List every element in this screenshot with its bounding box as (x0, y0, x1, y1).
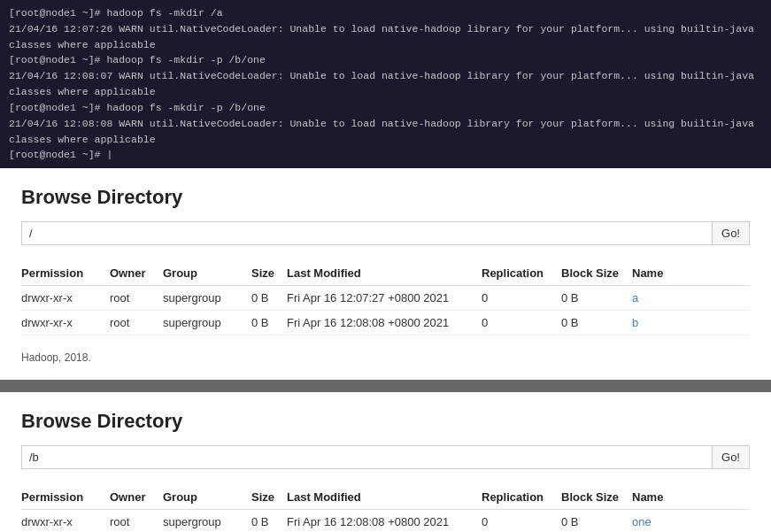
terminal-line-4: 21/04/16 12:08:07 WARN util.NativeCodeLo… (9, 68, 762, 100)
cell-group: supergroup (163, 311, 251, 335)
col2-header-name: Name (632, 485, 750, 510)
browse-directory-panel-1: Browse Directory Go! Permission Owner Gr… (0, 168, 771, 380)
cell-modified: Fri Apr 16 12:07:27 +0800 2021 (287, 286, 482, 311)
terminal-line-3: [root@node1 ~]# hadoop fs -mkdir -p /b/o… (9, 52, 762, 68)
col2-header-permission: Permission (21, 485, 110, 510)
panel2-table: Permission Owner Group Size Last Modifie… (21, 485, 750, 532)
cell-modified: Fri Apr 16 12:08:08 +0800 2021 (287, 311, 482, 335)
panel-separator (0, 380, 771, 392)
cell-replication: 0 (482, 286, 561, 311)
panel1-go-button[interactable]: Go! (713, 221, 750, 245)
panel1-footer: Hadoop, 2018. (21, 351, 750, 364)
cell-size: 0 B (251, 311, 287, 335)
terminal-line-5: [root@node1 ~]# hadoop fs -mkdir -p /b/o… (9, 100, 762, 116)
col-header-modified: Last Modified (287, 261, 482, 286)
terminal-line-2: 21/04/16 12:07:26 WARN util.NativeCodeLo… (9, 21, 762, 53)
cell-group: supergroup (163, 510, 251, 532)
panel1-title: Browse Directory (21, 186, 750, 209)
col-header-owner: Owner (110, 261, 163, 286)
table-row: drwxr-xr-x root supergroup 0 B Fri Apr 1… (21, 311, 750, 335)
cell-owner: root (110, 510, 163, 532)
col2-header-group: Group (163, 485, 251, 510)
col2-header-modified: Last Modified (287, 485, 482, 510)
cell-name[interactable]: a (632, 286, 750, 311)
cell-blocksize: 0 B (561, 286, 632, 311)
panel1-search-row: Go! (21, 221, 750, 245)
col-header-replication: Replication (482, 261, 561, 286)
col2-header-replication: Replication (482, 485, 561, 510)
panel2-title: Browse Directory (21, 410, 750, 433)
table-row: drwxr-xr-x root supergroup 0 B Fri Apr 1… (21, 510, 750, 532)
panel2-search-input[interactable] (21, 445, 713, 469)
cell-group: supergroup (163, 286, 251, 311)
col2-header-size: Size (251, 485, 287, 510)
col-header-size: Size (251, 261, 287, 286)
col-header-name: Name (632, 261, 750, 286)
cell-name[interactable]: one (632, 510, 750, 532)
cell-replication: 0 (482, 311, 561, 335)
cell-blocksize: 0 B (561, 311, 632, 335)
cell-permission: drwxr-xr-x (21, 286, 110, 311)
table-row: drwxr-xr-x root supergroup 0 B Fri Apr 1… (21, 286, 750, 311)
panel1-table: Permission Owner Group Size Last Modifie… (21, 261, 750, 335)
panel2-search-row: Go! (21, 445, 750, 469)
col2-header-blocksize: Block Size (561, 485, 632, 510)
col-header-group: Group (163, 261, 251, 286)
cell-owner: root (110, 286, 163, 311)
cell-blocksize: 0 B (561, 510, 632, 532)
cell-owner: root (110, 311, 163, 335)
terminal-line-6: 21/04/16 12:08:08 WARN util.NativeCodeLo… (9, 116, 762, 148)
terminal-section: [root@node1 ~]# hadoop fs -mkdir /a 21/0… (0, 0, 771, 168)
panel2-go-button[interactable]: Go! (713, 445, 750, 469)
col-header-permission: Permission (21, 261, 110, 286)
col-header-blocksize: Block Size (561, 261, 632, 286)
cell-size: 0 B (251, 286, 287, 311)
cell-replication: 0 (482, 510, 561, 532)
terminal-line-1: [root@node1 ~]# hadoop fs -mkdir /a (9, 5, 762, 21)
cell-modified: Fri Apr 16 12:08:08 +0800 2021 (287, 510, 482, 532)
panel1-search-input[interactable] (21, 221, 713, 245)
cell-permission: drwxr-xr-x (21, 510, 110, 532)
browse-directory-panel-2: Browse Directory Go! Permission Owner Gr… (0, 392, 771, 532)
cell-permission: drwxr-xr-x (21, 311, 110, 335)
cell-name[interactable]: b (632, 311, 750, 335)
terminal-line-7: [root@node1 ~]# | (9, 147, 762, 163)
col2-header-owner: Owner (110, 485, 163, 510)
cell-size: 0 B (251, 510, 287, 532)
